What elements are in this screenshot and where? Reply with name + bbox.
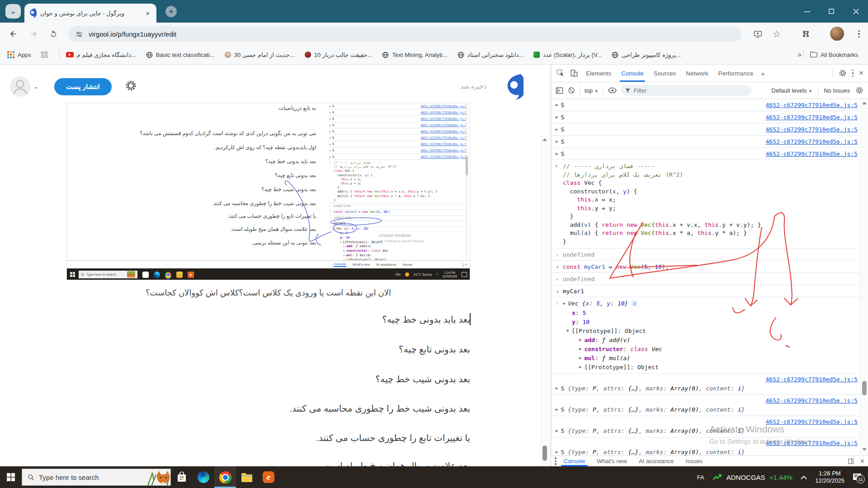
bookmark-star-button[interactable]: ☆ — [769, 27, 784, 41]
extensions-button[interactable] — [798, 27, 813, 41]
window-close-button[interactable] — [844, 0, 868, 23]
drawer-menu-button[interactable] — [555, 457, 557, 465]
drawer-tab-ai-assistance[interactable]: AI assistance — [634, 456, 678, 466]
source-link[interactable]: 4652-c67299c77910ed5e.js:5 — [766, 397, 858, 404]
editor-paragraph[interactable]: بعد باید بدونی خط چیه؟ — [66, 314, 470, 325]
drawer-tab-whats-new[interactable]: What's new — [592, 456, 632, 466]
address-bar[interactable]: virgool.io/p/fungx1uayyvr/edit — [69, 26, 741, 42]
bookmark-item[interactable]: دانشگاه مجازی فیلم م... — [66, 52, 136, 58]
source-link[interactable]: 4652-c67299c77910ed5e.js:5 — [766, 114, 858, 121]
object-property[interactable]: ▶constructor: class Vec — [556, 344, 858, 353]
tab-groups-button[interactable] — [41, 52, 47, 58]
console-log-row[interactable]: ▶ S 4652-c67299c77910ed5e.js:5 — [551, 111, 861, 123]
source-link[interactable]: 4652-c67299c77910ed5e.js:5 — [766, 150, 858, 157]
editor-paragraph[interactable]: بعد علامت سوال همان میخ طویله است. — [66, 460, 470, 466]
devtools-scrollbar[interactable] — [860, 99, 868, 455]
source-link[interactable]: 4652-c67299c77910ed5e.js:5 — [766, 138, 858, 145]
drawer-tab-issues[interactable]: Issues — [681, 456, 707, 466]
expand-caret-icon[interactable]: ▶ — [579, 356, 581, 360]
bookmark-item[interactable]: پروژه کامپیوتر طراحی... — [612, 52, 681, 58]
taskbar-internet-button[interactable]: e — [258, 466, 279, 488]
drawer-close-button[interactable]: × — [860, 457, 864, 465]
inspect-element-button[interactable] — [555, 69, 566, 77]
expand-caret-icon[interactable]: ▶ — [579, 347, 581, 351]
log-levels-dropdown[interactable]: Default levels ▼ — [772, 87, 813, 94]
taskbar-edge-button[interactable] — [193, 466, 214, 488]
window-minimize-button[interactable] — [795, 0, 819, 23]
taskbar-clock[interactable]: 1:26 PM 12/20/2025 — [815, 470, 844, 484]
object-property[interactable]: ▶[[Prototype]]: Object — [556, 362, 858, 371]
all-bookmarks-button[interactable]: All Bookmarks — [810, 52, 858, 58]
site-info-icon[interactable] — [75, 30, 83, 38]
console-log-group[interactable]: 4652-c67299c77910ed5e.js:5 ▶S {type: P, … — [551, 437, 861, 455]
publish-button[interactable]: انتشار پست — [54, 78, 112, 95]
tab-elements[interactable]: Elements — [582, 65, 615, 82]
browser-menu-button[interactable] — [852, 27, 866, 41]
tab-network[interactable]: Network — [682, 65, 712, 82]
console-log-row[interactable]: ▶ S 4652-c67299c77910ed5e.js:5 — [551, 99, 861, 111]
console-settings-button[interactable] — [855, 86, 863, 94]
collapse-caret-icon[interactable]: ▼ — [563, 301, 565, 306]
source-link[interactable]: 4652-c67299c77910ed5e.js:5 — [766, 126, 858, 133]
scroll-up-arrow[interactable] — [542, 138, 547, 141]
collapse-caret-icon[interactable]: ▼ — [566, 328, 569, 333]
tab-sources[interactable]: Sources — [650, 65, 680, 82]
devtools-settings-button[interactable] — [839, 69, 847, 77]
expand-caret-icon[interactable]: ▶ — [556, 450, 558, 454]
expand-caret-icon[interactable]: ▶ — [556, 407, 558, 412]
tab-search-button[interactable]: ⌄ — [5, 4, 21, 19]
source-link[interactable]: 4652-c67299c77910ed5e.js:5 — [766, 102, 858, 108]
profile-avatar[interactable] — [830, 27, 844, 41]
back-button[interactable] — [6, 27, 21, 41]
console-input-echo[interactable]: › const myCar1 = new Vec(5, 10); — [551, 261, 861, 273]
page-scrollbar[interactable] — [541, 136, 548, 466]
bookmarks-overflow-chevron[interactable]: » — [797, 51, 802, 59]
tab-close-icon[interactable]: × — [144, 9, 152, 17]
console-log-row[interactable]: ▶ S 4652-c67299c77910ed5e.js:5 — [551, 136, 861, 148]
browser-tab[interactable]: ویرگول - جایی برای نوشتن و خوان × — [24, 4, 156, 23]
object-property[interactable]: ▶add: ƒ add(v) — [556, 335, 858, 344]
expand-caret-icon[interactable]: ▶ — [556, 386, 558, 390]
editor-paragraph[interactable]: بعد بدونی تابع چیه؟ — [66, 344, 470, 355]
object-property[interactable]: ▶mul: ƒ mul(a) — [556, 353, 858, 362]
console-log-group[interactable]: 4652-c67299c77910ed5e.js:5 ▶S {type: P, … — [551, 395, 861, 416]
tab-console[interactable]: Console — [617, 65, 648, 82]
apps-shortcut[interactable]: Apps — [7, 51, 31, 58]
devtools-menu-button[interactable] — [852, 70, 854, 77]
bookmark-item[interactable]: عدد (Scalar)، بردار (V... — [533, 52, 602, 58]
issues-counter[interactable]: No Issues — [824, 87, 850, 94]
hidden-icons-chevron[interactable] — [801, 475, 807, 479]
console-log-row[interactable]: ▶ S 4652-c67299c77910ed5e.js:5 — [551, 123, 861, 136]
new-tab-button[interactable]: + — [165, 6, 177, 17]
info-icon[interactable]: i — [632, 300, 637, 306]
scroll-down-arrow[interactable] — [862, 448, 867, 451]
taskbar-chrome-button[interactable] — [214, 466, 236, 488]
expand-caret-icon[interactable]: ▶ — [556, 151, 558, 156]
scroll-up-arrow[interactable] — [862, 102, 867, 104]
forward-button[interactable] — [26, 27, 41, 41]
console-log-group[interactable]: 4652-c67299c77910ed5e.js:5 ▶S {type: P, … — [551, 374, 861, 395]
bookmark-item[interactable]: 10 حقیقت جالب دربار... — [305, 52, 373, 58]
console-input-echo[interactable]: › // ----- فضای برداری ----- // تعریف یک… — [551, 160, 861, 249]
expand-caret-icon[interactable]: ▶ — [579, 365, 581, 369]
tab-performance[interactable]: Performance — [714, 65, 757, 82]
avatar-dropdown-chevron[interactable]: ⌄ — [33, 84, 38, 90]
bookmark-item[interactable]: دانلود سخنرانی استاد... — [458, 52, 524, 58]
embedded-screenshot-image[interactable]: به تابع درریاضیات. می تونی به من بگویی د… — [66, 103, 470, 280]
more-tabs-chevron[interactable]: » — [759, 70, 766, 77]
console-filter-input[interactable] — [621, 85, 751, 96]
image-caption[interactable]: الان این نقطه است یا ورودی یک کلاس است؟ک… — [66, 288, 470, 298]
expand-caret-icon[interactable]: ▶ — [556, 428, 558, 433]
expand-caret-icon[interactable]: ▶ — [579, 338, 581, 342]
expand-caret-icon[interactable]: ▶ — [556, 103, 558, 107]
prototype-row[interactable]: ▼ [[Prototype]]: Object — [556, 326, 858, 335]
editor-paragraph[interactable]: بعد بدونی شیب خط چیه؟ — [66, 374, 470, 385]
reload-button[interactable] — [46, 27, 61, 41]
settings-button[interactable] — [125, 80, 137, 92]
notification-center[interactable]: 11 — [853, 473, 862, 481]
console-log-group[interactable]: 4652-c67299c77910ed5e.js:5 ▶S {type: P, … — [551, 416, 861, 437]
expand-caret-icon[interactable]: ▶ — [556, 127, 558, 131]
user-avatar[interactable] — [10, 76, 30, 97]
scrollbar-thumb[interactable] — [862, 381, 867, 395]
bookmark-item[interactable]: Basic text classificati... — [146, 52, 215, 58]
